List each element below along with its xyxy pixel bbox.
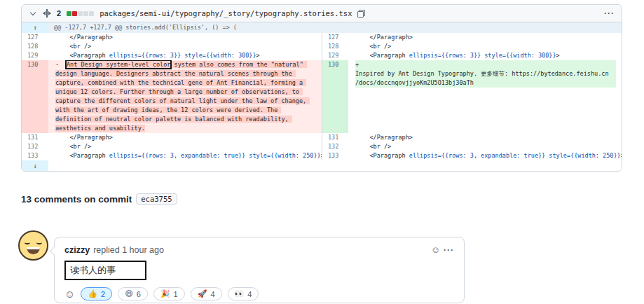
code-attr-text: ellipsis={{rows: 3}} style={{width: 300}… [109,52,256,59]
code-text: <Paragraph [355,152,409,159]
code-line-old: <Paragraph ellipsis={{rows: 3, expandabl… [48,151,322,160]
code-text: </Paragraph> [355,34,413,41]
line-number-old[interactable]: 133 [22,151,48,160]
reaction-laugh[interactable]: 😄 6 [118,287,148,300]
deleted-text: system also comes from the "natural" des… [55,61,310,132]
line-number-old[interactable]: 132 [22,142,48,151]
file-path-link[interactable]: packages/semi-ui/typography/_story/typog… [100,9,352,18]
comment-meta: replied 1 hour ago [93,245,164,255]
code-attr-text: ellipsis={{rows: 3}} style={{width: 300}… [409,52,556,59]
avatar[interactable] [18,230,48,261]
line-number-new[interactable]: 130 [322,60,348,133]
reaction-count: 4 [210,290,214,298]
avatar-mouth [27,247,40,254]
reaction-thumbs-up[interactable]: 👍 2 [81,287,112,300]
file-kebab-menu-icon[interactable]: ··· [604,8,615,18]
bottom-filler [48,160,622,171]
reaction-count: 1 [174,290,178,298]
comments-heading: 13 comments on commit eca3755 [21,193,177,205]
rocket-icon: 🚀 [198,290,207,298]
reaction-count: 4 [247,290,252,298]
line-number-new[interactable]: 133 [322,151,348,160]
annotation-box: 读书人的事 [64,261,146,280]
add-reaction-button[interactable]: ☺ [64,288,75,300]
split-diff-icon [43,9,51,18]
comment-header: czizzy replied 1 hour ago ☺ ··· [55,237,464,258]
code-text: <Paragraph [55,152,109,159]
code-text: </Paragraph> [55,34,113,41]
reaction-hooray[interactable]: 🎉 1 [153,287,185,300]
comment-card: czizzy replied 1 hour ago ☺ ··· 读书人的事 ☺ … [54,237,465,303]
code-line-old: <br /> [48,42,322,51]
reaction-count: 6 [137,290,141,298]
reaction-bar: ☺ 👍 2 😄 6 🎉 1 🚀 4 👀 4 [55,283,464,304]
code-line-old: </Paragraph> [48,33,322,42]
file-header: 2 packages/semi-ui/typography/_story/typ… [22,5,622,22]
diffstat-count: 2 [57,9,61,18]
code-line-old: <Paragraph ellipsis={{rows: 3}} style={{… [48,51,322,60]
reaction-rocket[interactable]: 🚀 4 [191,287,222,300]
avatar-eye [36,240,42,244]
diffstat-block [67,11,71,16]
added-text-block: +Inspired by Ant Design Typography. 更多细节… [355,60,616,88]
code-text: > [556,52,560,59]
diffstat-block [72,11,77,16]
commit-sha-chip[interactable]: eca3755 [136,193,177,205]
diffstat-blocks [67,11,94,16]
expand-up-button[interactable]: ↑ [22,22,48,33]
expand-down-icon: ↓ [33,163,37,170]
line-number-old[interactable]: 127 [22,33,48,42]
line-number-old[interactable]: 128 [22,42,48,51]
added-text: Inspired by Ant Design Typography. 更多细节:… [355,70,609,77]
code-attr-text: ellipsis={{rows: 3, expandable: true}} s… [109,152,321,159]
code-line-new: </Paragraph> [348,33,622,42]
comment-kebab-icon[interactable]: ··· [444,245,454,255]
comment-body: 读书人的事 [55,258,464,283]
code-line-new: <br /> [348,42,622,51]
line-number-new[interactable]: 129 [322,51,348,60]
code-text: <br /> [55,143,91,150]
code-text: > [256,52,260,59]
avatar-eye [25,240,30,244]
comment-author[interactable]: czizzy [64,245,90,255]
code-line-old: </Paragraph> [48,133,322,142]
diffstat-block [83,11,88,16]
code-line-new: <Paragraph ellipsis={{rows: 3}} style={{… [348,51,622,60]
line-number-old[interactable]: 131 [22,133,48,142]
code-text: <Paragraph [355,52,409,59]
line-number-new[interactable]: 132 [322,142,348,151]
hooray-icon: 🎉 [160,290,170,298]
comments-heading-text: 13 comments on commit [21,194,132,205]
added-text-continued: /docs/doccnqovjjyoKm2U5O13bj30aTh [355,78,616,88]
line-number-new[interactable]: 127 [322,33,348,42]
code-text: <Paragraph [55,52,109,59]
code-line-old: <br /> [48,142,322,151]
page: 2 packages/semi-ui/typography/_story/typ… [0,0,644,304]
add-reaction-icon[interactable]: ☺ [431,244,440,255]
line-number-new[interactable]: 128 [322,42,348,51]
line-number-old[interactable]: 129 [22,51,48,60]
eyes-icon: 👀 [235,290,245,298]
copy-icon[interactable] [357,10,365,18]
file-diff-card: 2 packages/semi-ui/typography/_story/typ… [21,4,622,172]
deletion-sign: - [55,60,67,69]
diffstat-block [89,11,94,16]
code-text: </Paragraph> [55,134,113,141]
code-line-new: <br /> [348,142,622,151]
thumbs-up-icon: 👍 [88,290,97,298]
laugh-icon: 😄 [125,290,132,298]
split-diff: ↑ @@ -127,7 +127,7 @@ stories.add('Ellip… [22,22,622,171]
line-number-new[interactable]: 131 [322,133,348,142]
deleted-line: -Ant Design system-level color system al… [48,60,322,133]
annotation-box: Ant Design system-level color [67,61,170,68]
expand-down-button[interactable]: ↓ [22,160,48,171]
addition-sign: + [355,60,366,69]
added-line: +Inspired by Ant Design Typography. 更多细节… [348,60,622,133]
reaction-eyes[interactable]: 👀 4 [228,287,259,300]
chevron-down-icon[interactable] [29,9,37,18]
code-text: </Paragraph> [355,134,413,141]
code-text: <br /> [355,43,391,50]
code-text: <br /> [55,43,91,50]
line-number-old[interactable]: 130 [22,60,48,133]
expand-up-icon: ↑ [33,25,37,32]
